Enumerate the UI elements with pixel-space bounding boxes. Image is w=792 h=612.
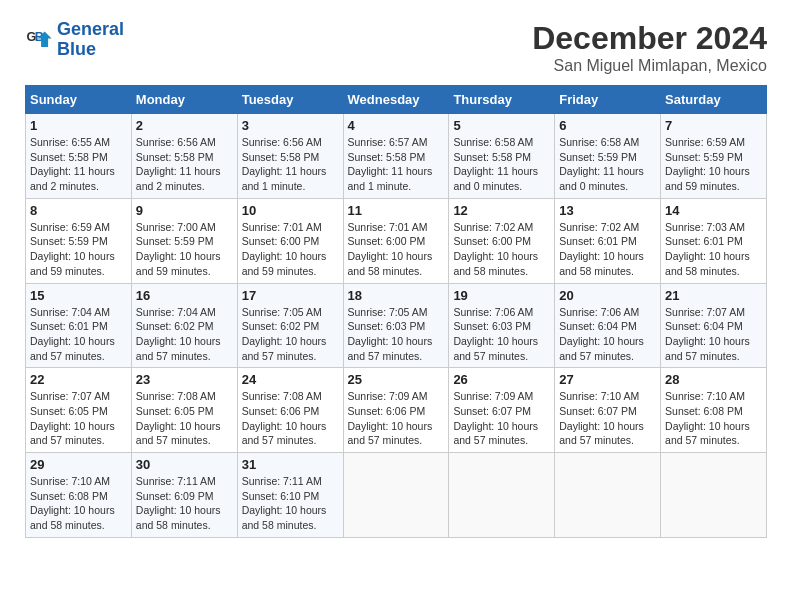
day-number: 16 bbox=[136, 288, 233, 303]
calendar-week-row: 15Sunrise: 7:04 AMSunset: 6:01 PMDayligh… bbox=[26, 283, 767, 368]
day-number: 18 bbox=[348, 288, 445, 303]
day-info: Sunrise: 7:11 AMSunset: 6:09 PMDaylight:… bbox=[136, 474, 233, 533]
calendar-cell: 19Sunrise: 7:06 AMSunset: 6:03 PMDayligh… bbox=[449, 283, 555, 368]
calendar-cell: 15Sunrise: 7:04 AMSunset: 6:01 PMDayligh… bbox=[26, 283, 132, 368]
day-info: Sunrise: 7:04 AMSunset: 6:02 PMDaylight:… bbox=[136, 305, 233, 364]
day-number: 1 bbox=[30, 118, 127, 133]
weekday-header-tuesday: Tuesday bbox=[237, 86, 343, 114]
calendar-week-row: 1Sunrise: 6:55 AMSunset: 5:58 PMDaylight… bbox=[26, 114, 767, 199]
day-number: 25 bbox=[348, 372, 445, 387]
calendar-cell: 20Sunrise: 7:06 AMSunset: 6:04 PMDayligh… bbox=[555, 283, 661, 368]
day-info: Sunrise: 6:59 AMSunset: 5:59 PMDaylight:… bbox=[665, 135, 762, 194]
day-info: Sunrise: 6:55 AMSunset: 5:58 PMDaylight:… bbox=[30, 135, 127, 194]
day-info: Sunrise: 7:05 AMSunset: 6:02 PMDaylight:… bbox=[242, 305, 339, 364]
weekday-header-thursday: Thursday bbox=[449, 86, 555, 114]
day-info: Sunrise: 7:10 AMSunset: 6:07 PMDaylight:… bbox=[559, 389, 656, 448]
day-info: Sunrise: 7:09 AMSunset: 6:06 PMDaylight:… bbox=[348, 389, 445, 448]
calendar-cell bbox=[449, 453, 555, 538]
day-number: 21 bbox=[665, 288, 762, 303]
calendar-cell: 8Sunrise: 6:59 AMSunset: 5:59 PMDaylight… bbox=[26, 198, 132, 283]
weekday-header-sunday: Sunday bbox=[26, 86, 132, 114]
calendar-cell: 1Sunrise: 6:55 AMSunset: 5:58 PMDaylight… bbox=[26, 114, 132, 199]
day-info: Sunrise: 7:07 AMSunset: 6:05 PMDaylight:… bbox=[30, 389, 127, 448]
calendar-cell bbox=[661, 453, 767, 538]
day-info: Sunrise: 6:58 AMSunset: 5:59 PMDaylight:… bbox=[559, 135, 656, 194]
day-number: 23 bbox=[136, 372, 233, 387]
calendar-cell bbox=[343, 453, 449, 538]
day-number: 8 bbox=[30, 203, 127, 218]
calendar-cell: 4Sunrise: 6:57 AMSunset: 5:58 PMDaylight… bbox=[343, 114, 449, 199]
day-info: Sunrise: 7:03 AMSunset: 6:01 PMDaylight:… bbox=[665, 220, 762, 279]
day-number: 28 bbox=[665, 372, 762, 387]
day-info: Sunrise: 7:06 AMSunset: 6:03 PMDaylight:… bbox=[453, 305, 550, 364]
calendar-cell: 23Sunrise: 7:08 AMSunset: 6:05 PMDayligh… bbox=[131, 368, 237, 453]
weekday-header-friday: Friday bbox=[555, 86, 661, 114]
weekday-header-monday: Monday bbox=[131, 86, 237, 114]
calendar-cell: 21Sunrise: 7:07 AMSunset: 6:04 PMDayligh… bbox=[661, 283, 767, 368]
calendar-cell: 12Sunrise: 7:02 AMSunset: 6:00 PMDayligh… bbox=[449, 198, 555, 283]
day-info: Sunrise: 7:05 AMSunset: 6:03 PMDaylight:… bbox=[348, 305, 445, 364]
day-number: 2 bbox=[136, 118, 233, 133]
calendar-cell: 13Sunrise: 7:02 AMSunset: 6:01 PMDayligh… bbox=[555, 198, 661, 283]
day-number: 24 bbox=[242, 372, 339, 387]
day-info: Sunrise: 6:56 AMSunset: 5:58 PMDaylight:… bbox=[136, 135, 233, 194]
calendar-cell: 10Sunrise: 7:01 AMSunset: 6:00 PMDayligh… bbox=[237, 198, 343, 283]
day-number: 7 bbox=[665, 118, 762, 133]
day-number: 22 bbox=[30, 372, 127, 387]
title-area: December 2024 San Miguel Mimlapan, Mexic… bbox=[532, 20, 767, 75]
day-info: Sunrise: 7:00 AMSunset: 5:59 PMDaylight:… bbox=[136, 220, 233, 279]
logo-icon: G B bbox=[25, 26, 53, 54]
calendar-cell: 3Sunrise: 6:56 AMSunset: 5:58 PMDaylight… bbox=[237, 114, 343, 199]
calendar-cell: 16Sunrise: 7:04 AMSunset: 6:02 PMDayligh… bbox=[131, 283, 237, 368]
day-info: Sunrise: 6:59 AMSunset: 5:59 PMDaylight:… bbox=[30, 220, 127, 279]
day-info: Sunrise: 6:56 AMSunset: 5:58 PMDaylight:… bbox=[242, 135, 339, 194]
day-info: Sunrise: 7:08 AMSunset: 6:05 PMDaylight:… bbox=[136, 389, 233, 448]
calendar-cell: 7Sunrise: 6:59 AMSunset: 5:59 PMDaylight… bbox=[661, 114, 767, 199]
calendar-cell: 22Sunrise: 7:07 AMSunset: 6:05 PMDayligh… bbox=[26, 368, 132, 453]
logo-text: GeneralBlue bbox=[57, 20, 124, 60]
day-number: 6 bbox=[559, 118, 656, 133]
day-info: Sunrise: 7:09 AMSunset: 6:07 PMDaylight:… bbox=[453, 389, 550, 448]
day-number: 15 bbox=[30, 288, 127, 303]
day-number: 14 bbox=[665, 203, 762, 218]
weekday-header-wednesday: Wednesday bbox=[343, 86, 449, 114]
day-number: 9 bbox=[136, 203, 233, 218]
day-number: 27 bbox=[559, 372, 656, 387]
day-number: 11 bbox=[348, 203, 445, 218]
day-number: 12 bbox=[453, 203, 550, 218]
calendar-cell: 5Sunrise: 6:58 AMSunset: 5:58 PMDaylight… bbox=[449, 114, 555, 199]
calendar-cell: 11Sunrise: 7:01 AMSunset: 6:00 PMDayligh… bbox=[343, 198, 449, 283]
day-info: Sunrise: 7:10 AMSunset: 6:08 PMDaylight:… bbox=[30, 474, 127, 533]
calendar-cell: 18Sunrise: 7:05 AMSunset: 6:03 PMDayligh… bbox=[343, 283, 449, 368]
day-info: Sunrise: 7:02 AMSunset: 6:01 PMDaylight:… bbox=[559, 220, 656, 279]
calendar-cell: 26Sunrise: 7:09 AMSunset: 6:07 PMDayligh… bbox=[449, 368, 555, 453]
calendar-cell: 9Sunrise: 7:00 AMSunset: 5:59 PMDaylight… bbox=[131, 198, 237, 283]
day-number: 26 bbox=[453, 372, 550, 387]
weekday-header-row: SundayMondayTuesdayWednesdayThursdayFrid… bbox=[26, 86, 767, 114]
day-number: 31 bbox=[242, 457, 339, 472]
day-info: Sunrise: 7:07 AMSunset: 6:04 PMDaylight:… bbox=[665, 305, 762, 364]
calendar-cell: 28Sunrise: 7:10 AMSunset: 6:08 PMDayligh… bbox=[661, 368, 767, 453]
calendar-week-row: 8Sunrise: 6:59 AMSunset: 5:59 PMDaylight… bbox=[26, 198, 767, 283]
calendar-week-row: 29Sunrise: 7:10 AMSunset: 6:08 PMDayligh… bbox=[26, 453, 767, 538]
day-number: 29 bbox=[30, 457, 127, 472]
day-info: Sunrise: 7:06 AMSunset: 6:04 PMDaylight:… bbox=[559, 305, 656, 364]
logo: G B GeneralBlue bbox=[25, 20, 124, 60]
calendar-cell bbox=[555, 453, 661, 538]
calendar-cell: 30Sunrise: 7:11 AMSunset: 6:09 PMDayligh… bbox=[131, 453, 237, 538]
calendar-cell: 2Sunrise: 6:56 AMSunset: 5:58 PMDaylight… bbox=[131, 114, 237, 199]
day-info: Sunrise: 6:58 AMSunset: 5:58 PMDaylight:… bbox=[453, 135, 550, 194]
calendar-cell: 27Sunrise: 7:10 AMSunset: 6:07 PMDayligh… bbox=[555, 368, 661, 453]
calendar-cell: 6Sunrise: 6:58 AMSunset: 5:59 PMDaylight… bbox=[555, 114, 661, 199]
location-title: San Miguel Mimlapan, Mexico bbox=[532, 57, 767, 75]
day-number: 10 bbox=[242, 203, 339, 218]
day-info: Sunrise: 7:10 AMSunset: 6:08 PMDaylight:… bbox=[665, 389, 762, 448]
day-info: Sunrise: 7:02 AMSunset: 6:00 PMDaylight:… bbox=[453, 220, 550, 279]
day-number: 17 bbox=[242, 288, 339, 303]
day-number: 3 bbox=[242, 118, 339, 133]
weekday-header-saturday: Saturday bbox=[661, 86, 767, 114]
day-info: Sunrise: 7:11 AMSunset: 6:10 PMDaylight:… bbox=[242, 474, 339, 533]
day-number: 13 bbox=[559, 203, 656, 218]
calendar-cell: 31Sunrise: 7:11 AMSunset: 6:10 PMDayligh… bbox=[237, 453, 343, 538]
day-number: 30 bbox=[136, 457, 233, 472]
